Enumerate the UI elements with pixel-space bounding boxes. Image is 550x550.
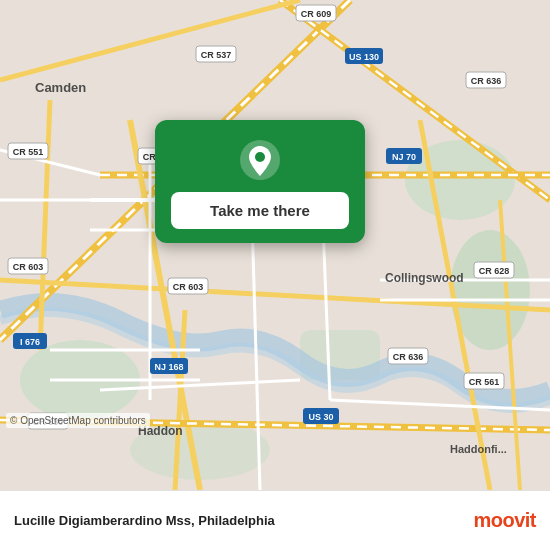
svg-text:CR 628: CR 628 [479,266,510,276]
moovit-logo: moovit [473,509,536,532]
location-pin-icon [238,138,282,182]
svg-text:NJ 168: NJ 168 [154,362,183,372]
svg-text:I 676: I 676 [20,337,40,347]
moovit-text: moovit [473,509,536,532]
svg-text:CR 551: CR 551 [13,147,44,157]
svg-text:CR 609: CR 609 [301,9,332,19]
map-container: CR 609 CR 537 US 130 CR 636 CR 551 CR 60… [0,0,550,490]
take-me-there-button[interactable]: Take me there [171,192,349,229]
location-title: Lucille Digiamberardino Mss, Philadelphi… [14,513,275,528]
location-info: Lucille Digiamberardino Mss, Philadelphi… [14,513,275,528]
popup-card: Take me there [155,120,365,243]
svg-text:US 130: US 130 [349,52,379,62]
svg-text:CR 537: CR 537 [201,50,232,60]
svg-text:Haddonfi...: Haddonfi... [450,443,507,455]
svg-point-43 [255,152,265,162]
svg-text:Collingswood: Collingswood [385,271,464,285]
svg-text:CR 603: CR 603 [13,262,44,272]
bottom-bar: Lucille Digiamberardino Mss, Philadelphi… [0,490,550,550]
map-attribution: © OpenStreetMap contributors [6,413,150,428]
svg-text:CR 561: CR 561 [469,377,500,387]
svg-text:Camden: Camden [35,80,86,95]
svg-text:US 30: US 30 [308,412,333,422]
svg-text:CR 636: CR 636 [393,352,424,362]
svg-text:CR 603: CR 603 [173,282,204,292]
svg-text:NJ 70: NJ 70 [392,152,416,162]
svg-text:CR 636: CR 636 [471,76,502,86]
